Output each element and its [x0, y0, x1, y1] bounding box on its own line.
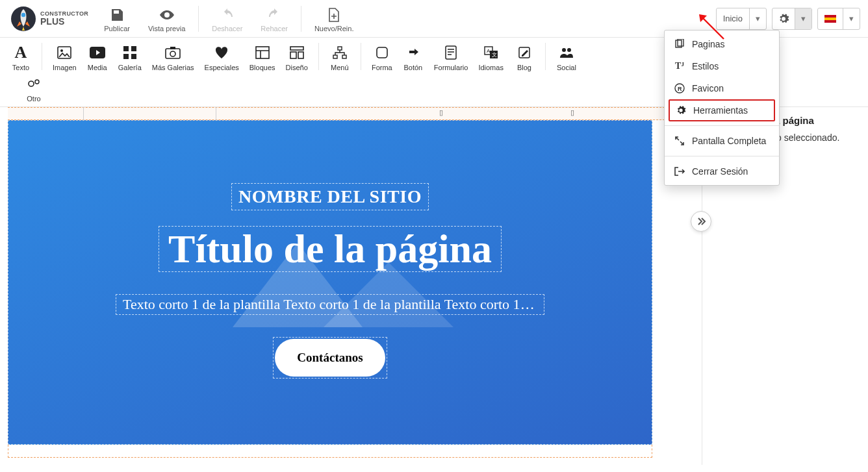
cta-wrapper[interactable]: Contáctanos [273, 337, 387, 379]
tool-otro[interactable]: Otro [18, 73, 49, 104]
menu-cerrar-sesion[interactable]: Cerrar Sesión [665, 160, 779, 182]
tool-formulario[interactable]: Formulario [429, 42, 474, 73]
redo-button[interactable]: Rehacer [251, 1, 297, 37]
flag-es-icon [824, 15, 836, 23]
tool-idiomas[interactable]: A文 Idiomas [473, 42, 509, 73]
chevron-down-icon[interactable]: ▾ [749, 8, 766, 29]
preview-button[interactable]: Vista previa [139, 1, 194, 37]
save-icon [109, 6, 125, 23]
redo-icon [266, 6, 282, 23]
heart-icon [214, 44, 229, 61]
svg-text:A: A [487, 48, 491, 54]
svg-point-27 [567, 48, 571, 52]
pages-icon [674, 39, 685, 49]
svg-text:文: 文 [492, 52, 497, 58]
expand-icon [674, 136, 685, 145]
settings-dropdown: Paginas TJ Estilos R Favicon Herramienta… [664, 30, 780, 186]
publish-button[interactable]: Publicar [95, 1, 139, 37]
menu-label: Herramientas [693, 105, 748, 116]
eye-icon [159, 6, 175, 23]
layout-icon [290, 44, 304, 61]
tool-blog[interactable]: Blog [509, 42, 540, 73]
sitemap-icon [333, 44, 347, 61]
next-section-placeholder[interactable] [8, 445, 652, 458]
breakpoint-marker[interactable]: ▯ [570, 108, 574, 117]
separator [665, 156, 779, 156]
svg-point-3 [60, 49, 63, 52]
menu-label: Estilos [692, 61, 719, 71]
preview-label: Vista previa [148, 25, 185, 32]
menu-label: Cerrar Sesión [692, 166, 748, 177]
ruler[interactable]: ▯ ▯ [8, 107, 700, 120]
menu-estilos[interactable]: TJ Estilos [665, 55, 779, 77]
page-selector-label: Inicio [723, 14, 743, 23]
share-icon [407, 44, 420, 61]
svg-rect-16 [338, 47, 342, 50]
tool-imagen[interactable]: Imagen [47, 42, 82, 73]
menu-herramientas[interactable]: Herramientas [669, 99, 775, 121]
canvas-column: ▯ ▯ NOMBRE DEL SITIO Título de la página… [0, 107, 702, 465]
site-name-text[interactable]: NOMBRE DEL SITIO [231, 183, 429, 210]
menu-pantalla-completa[interactable]: Pantalla Completa [665, 130, 779, 152]
logo-text-bottom: PLUS [40, 17, 88, 26]
camera-icon [165, 44, 181, 61]
tool-diseno[interactable]: Diseño [281, 42, 313, 73]
svg-rect-15 [298, 52, 303, 58]
svg-point-31 [35, 80, 39, 84]
tool-menu[interactable]: Menú [324, 42, 355, 73]
svg-text:R: R [678, 86, 682, 92]
image-icon [57, 44, 71, 61]
separator [665, 125, 779, 126]
redo-label: Rehacer [261, 25, 288, 32]
rocket-icon [10, 6, 36, 32]
collapse-right-panel[interactable] [691, 211, 711, 232]
grid-icon [123, 44, 136, 61]
tool-mas-galerias[interactable]: Más Galerias [147, 42, 199, 73]
video-icon [90, 44, 105, 61]
settings-menu-trigger[interactable]: ▾ [772, 8, 812, 30]
page-stage[interactable]: NOMBRE DEL SITIO Título de la página Tex… [8, 120, 702, 445]
svg-rect-6 [131, 46, 136, 51]
subtitle-text[interactable]: Texto corto 1 de la plantilla Texto cort… [116, 294, 544, 315]
tool-bloques[interactable]: Bloques [244, 42, 281, 73]
page-selector[interactable]: Inicio ▾ [716, 8, 767, 30]
form-icon [444, 44, 457, 61]
svg-point-11 [170, 51, 175, 56]
svg-point-1 [21, 12, 25, 16]
undo-icon [220, 6, 235, 23]
chevron-down-icon[interactable]: ▾ [843, 8, 860, 29]
tool-texto[interactable]: A Texto [5, 42, 36, 73]
svg-point-30 [29, 81, 34, 86]
chevron-down-icon[interactable]: ▾ [795, 8, 811, 29]
file-plus-icon [327, 6, 341, 23]
menu-favicon[interactable]: R Favicon [665, 77, 779, 99]
language-selector[interactable]: ▾ [817, 8, 860, 30]
contact-button[interactable]: Contáctanos [275, 339, 385, 377]
tool-especiales[interactable]: Especiales [199, 42, 244, 73]
top-actions: Publicar Vista previa Deshacer Rehacer [95, 1, 363, 37]
svg-rect-17 [333, 55, 337, 58]
gear-icon [772, 13, 795, 25]
menu-label: Paginas [692, 39, 725, 49]
tool-forma[interactable]: Forma [366, 42, 398, 73]
undo-button[interactable]: Deshacer [203, 1, 251, 37]
chevrons-right-icon [696, 217, 706, 226]
page-title-text[interactable]: Título de la página [159, 226, 502, 272]
breakpoint-marker[interactable]: ▯ [439, 108, 443, 117]
tool-boton[interactable]: Botón [398, 42, 429, 73]
menu-paginas[interactable]: Paginas [665, 33, 779, 55]
tool-galeria[interactable]: Galería [113, 42, 147, 73]
tool-media[interactable]: Media [82, 42, 113, 73]
undo-label: Deshacer [212, 25, 242, 32]
svg-rect-7 [123, 54, 129, 59]
tool-social[interactable]: Social [551, 42, 582, 73]
new-button[interactable]: Nuevo/Rein. [305, 1, 363, 37]
svg-rect-14 [290, 52, 296, 58]
svg-rect-8 [131, 54, 136, 59]
hero-section[interactable]: NOMBRE DEL SITIO Título de la página Tex… [8, 120, 652, 445]
blocks-icon [255, 44, 270, 61]
svg-rect-12 [256, 47, 269, 58]
new-label: Nuevo/Rein. [314, 25, 354, 32]
svg-rect-18 [342, 55, 346, 58]
svg-rect-19 [377, 47, 387, 58]
